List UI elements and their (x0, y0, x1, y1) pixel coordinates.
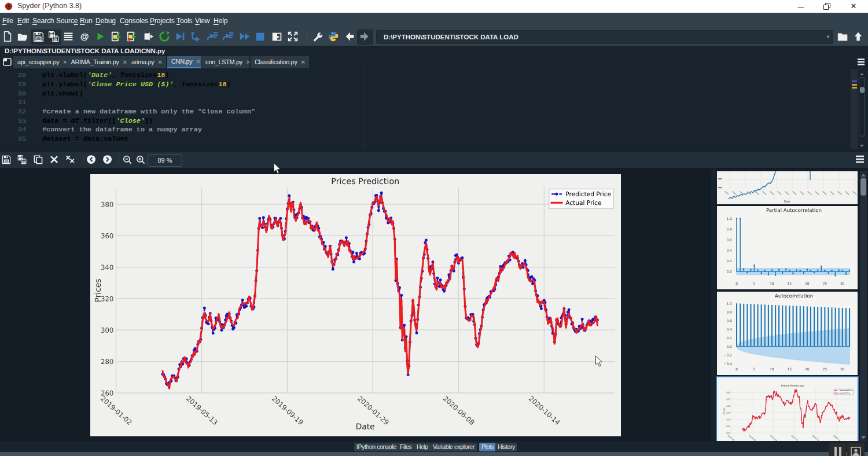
svg-text:@: @ (80, 31, 89, 41)
svg-text:Date: Date (784, 200, 790, 203)
